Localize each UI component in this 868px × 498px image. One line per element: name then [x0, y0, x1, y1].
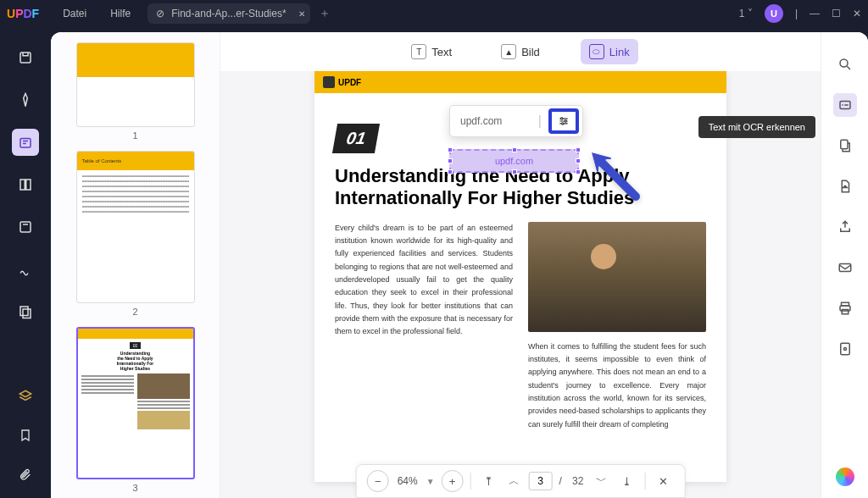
crop-icon[interactable] — [833, 134, 857, 158]
user-avatar[interactable]: U — [765, 4, 783, 23]
svg-point-16 — [561, 118, 563, 119]
link-url-popup: | — [449, 105, 583, 137]
maximize-button[interactable]: ☐ — [832, 8, 841, 19]
bookmark-icon[interactable] — [12, 422, 39, 449]
brand-label: UPDF — [338, 78, 361, 87]
image-tool[interactable]: ▲ Bild — [492, 39, 548, 64]
pen-tool-icon[interactable] — [12, 86, 39, 113]
svg-rect-14 — [840, 343, 849, 355]
text-tool[interactable]: T Text — [403, 39, 460, 64]
tab-close-button[interactable]: ✕ — [298, 9, 305, 19]
divider: | — [538, 113, 542, 129]
page-total: 32 — [569, 475, 587, 487]
version-label[interactable]: 1 ˅ — [739, 8, 753, 19]
body-column-1: Every child's dream is to be part of an … — [335, 222, 513, 431]
thumbnail-panel: 1 Table of Contents 2 01 Understa — [51, 32, 220, 498]
tab-title: Find-and-Ap...er-Studies* — [171, 8, 286, 19]
mail-icon[interactable] — [833, 256, 857, 279]
close-button[interactable]: ✕ — [853, 8, 861, 19]
compress-icon[interactable] — [833, 337, 857, 361]
svg-point-15 — [843, 348, 846, 351]
ocr-tooltip: Text mit OCR erkennen — [698, 116, 815, 138]
thumbnail-3[interactable]: 01 Understandingthe Need to ApplyInterna… — [61, 327, 209, 493]
prev-page-button[interactable]: ︿ — [504, 470, 526, 492]
svg-rect-4 — [20, 222, 31, 232]
signature-tool-icon[interactable] — [12, 256, 39, 283]
export-icon[interactable] — [833, 174, 857, 198]
svg-point-18 — [562, 123, 564, 125]
share-icon[interactable] — [833, 215, 857, 239]
layers-icon[interactable] — [12, 383, 39, 410]
form-tool-icon[interactable] — [12, 213, 39, 241]
new-tab-button[interactable]: ＋ — [319, 6, 331, 21]
page-nav-bar: − 64% ▼ + ⤒ ︿ / 32 ﹀ ⤓ ✕ — [356, 464, 686, 498]
thumbnail-2[interactable]: Table of Contents 2 — [61, 151, 209, 317]
edit-tool-icon[interactable] — [12, 129, 39, 156]
print-icon[interactable] — [833, 296, 857, 320]
zoom-dropdown-icon[interactable]: ▼ — [426, 477, 435, 486]
image-icon: ▲ — [501, 44, 516, 59]
link-settings-button[interactable] — [548, 108, 579, 134]
callout-arrow — [585, 146, 644, 205]
close-nav-button[interactable]: ✕ — [652, 470, 674, 492]
link-tool[interactable]: ⬭ Link — [581, 39, 638, 64]
first-page-button[interactable]: ⤒ — [478, 470, 500, 492]
link-icon: ⬭ — [589, 44, 604, 59]
document-tab[interactable]: ⊘ Find-and-Ap...er-Studies* ✕ — [147, 3, 309, 24]
article-photo — [528, 222, 706, 332]
svg-rect-9 — [840, 140, 847, 149]
page-separator: / — [556, 475, 565, 487]
organize-tool-icon[interactable] — [12, 171, 39, 198]
page-number-input[interactable] — [529, 472, 553, 490]
search-icon[interactable] — [833, 53, 857, 76]
zoom-out-button[interactable]: − — [367, 470, 389, 492]
thumbnail-1[interactable]: 1 — [61, 42, 209, 141]
svg-rect-0 — [20, 53, 31, 63]
menu-file[interactable]: Datei — [63, 8, 86, 19]
svg-rect-5 — [20, 307, 28, 316]
link-url-input[interactable] — [460, 115, 531, 127]
attachment-icon[interactable] — [12, 461, 39, 488]
tab-no-preview-icon: ⊘ — [156, 8, 164, 19]
svg-rect-2 — [20, 180, 25, 190]
redact-tool-icon[interactable] — [12, 298, 39, 325]
brand-logo-icon[interactable] — [836, 468, 854, 486]
svg-point-7 — [840, 59, 848, 67]
ocr-icon[interactable] — [833, 93, 857, 117]
svg-point-17 — [565, 120, 566, 122]
text-icon: T — [411, 44, 426, 59]
brand-icon — [323, 76, 335, 88]
last-page-button[interactable]: ⤓ — [615, 470, 637, 492]
app-logo: UPDF — [7, 7, 39, 20]
sliders-icon — [557, 115, 570, 127]
svg-rect-3 — [26, 180, 31, 190]
svg-rect-10 — [839, 264, 851, 272]
link-selection-box[interactable]: updf.com — [449, 149, 579, 173]
zoom-in-button[interactable]: + — [442, 470, 464, 492]
minimize-button[interactable]: — — [810, 8, 820, 19]
divider: | — [795, 8, 798, 19]
menu-help[interactable]: Hilfe — [110, 8, 131, 19]
zoom-level[interactable]: 64% — [392, 475, 423, 487]
save-icon[interactable] — [12, 44, 39, 71]
body-column-2: When it comes to fulfilling the student … — [528, 340, 706, 431]
svg-rect-6 — [23, 309, 31, 318]
next-page-button[interactable]: ﹀ — [590, 470, 612, 492]
chapter-number: 01 — [332, 124, 380, 153]
